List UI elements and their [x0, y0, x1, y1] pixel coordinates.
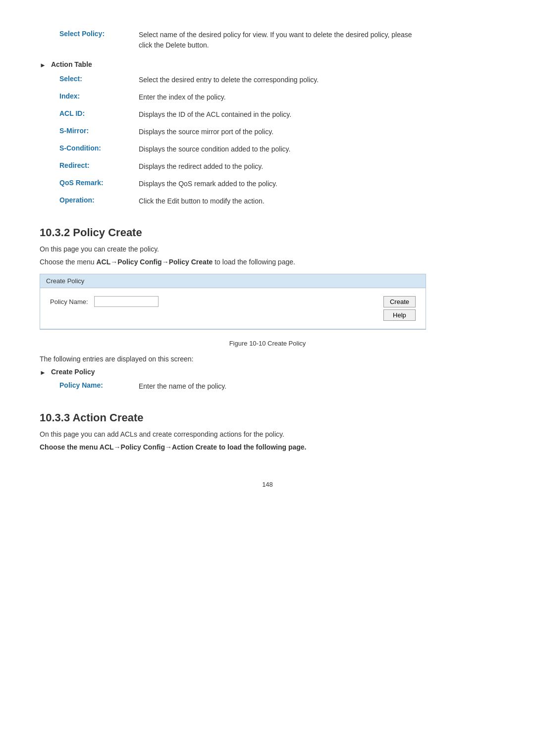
- field-label-operation: Operation:: [59, 196, 139, 204]
- select-policy-desc: Select name of the desired policy for vi…: [139, 30, 416, 50]
- widget-divider: [40, 329, 426, 329]
- field-label-qosremark: QoS Remark:: [59, 179, 139, 187]
- field-row-qosremark: QoS Remark: Displays the QoS remark adde…: [59, 179, 495, 189]
- field-row-aclid: ACL ID: Displays the ID of the ACL conta…: [59, 109, 495, 120]
- field-desc-scondition: Displays the source condition added to t…: [139, 144, 290, 154]
- section-1032-menu-path: Choose the menu ACL→Policy Config→Policy…: [40, 258, 495, 266]
- field-row-select: Select: Select the desired entry to dele…: [59, 75, 495, 85]
- widget-form: Policy Name:: [50, 296, 159, 307]
- field-row-index: Index: Enter the index of the policy.: [59, 92, 495, 102]
- widget-body: Policy Name: Create Help: [40, 288, 426, 329]
- create-policy-widget: Create Policy Policy Name: Create Help: [40, 274, 426, 330]
- field-row-scondition: S-Condition: Displays the source conditi…: [59, 144, 495, 154]
- action-create-menu-bold: Choose the menu ACL→Policy Config→Action…: [40, 443, 307, 451]
- create-policy-fields: Policy Name: Enter the name of the polic…: [59, 381, 495, 392]
- widget-buttons-group: Create Help: [383, 296, 416, 321]
- section-1033-title: 10.3.3 Action Create: [40, 411, 495, 424]
- bullet-arrow-icon: ►: [40, 369, 46, 376]
- policy-name-field-label: Policy Name:: [59, 381, 139, 389]
- section-1032-intro: On this page you can create the policy.: [40, 245, 495, 253]
- field-row-redirect: Redirect: Displays the redirect added to…: [59, 161, 495, 172]
- entries-intro: The following entries are displayed on t…: [40, 355, 495, 363]
- action-table-heading-text: Action Table: [51, 60, 92, 68]
- create-policy-bullet-text: Create Policy: [51, 368, 95, 376]
- field-row-operation: Operation: Click the Edit button to modi…: [59, 196, 495, 206]
- section-1032-title: 10.3.2 Policy Create: [40, 226, 495, 239]
- select-policy-label: Select Policy:: [59, 30, 139, 38]
- field-label-aclid: ACL ID:: [59, 109, 139, 117]
- field-desc-redirect: Displays the redirect added to the polic…: [139, 161, 263, 172]
- field-label-smirror: S-Mirror:: [59, 127, 139, 135]
- policy-name-field-row: Policy Name: Enter the name of the polic…: [59, 381, 495, 392]
- field-label-redirect: Redirect:: [59, 161, 139, 169]
- field-desc-aclid: Displays the ID of the ACL contained in …: [139, 109, 291, 120]
- menu-path-bold: ACL→Policy Config→Policy Create: [96, 258, 213, 266]
- field-desc-smirror: Displays the source mirror port of the p…: [139, 127, 273, 137]
- widget-header: Create Policy: [40, 274, 426, 288]
- section-1033-menu-path: Choose the menu ACL→Policy Config→Action…: [40, 443, 495, 451]
- section-1033-intro: On this page you can add ACLs and create…: [40, 430, 495, 438]
- arrow-icon: ►: [40, 61, 46, 69]
- select-policy-row: Select Policy: Select name of the desire…: [59, 30, 495, 50]
- field-row-smirror: S-Mirror: Displays the source mirror por…: [59, 127, 495, 137]
- policy-name-input[interactable]: [94, 296, 159, 307]
- field-desc-select: Select the desired entry to delete the c…: [139, 75, 319, 85]
- field-label-index: Index:: [59, 92, 139, 100]
- policy-name-label: Policy Name:: [50, 298, 88, 305]
- policy-name-field-desc: Enter the name of the policy.: [139, 381, 226, 392]
- action-table-section-heading: ► Action Table: [40, 60, 495, 69]
- create-policy-bullet: ► Create Policy: [40, 368, 495, 376]
- field-desc-index: Enter the index of the policy.: [139, 92, 226, 102]
- field-desc-qosremark: Displays the QoS remark added to the pol…: [139, 179, 277, 189]
- field-label-select: Select:: [59, 75, 139, 83]
- page-number: 148: [40, 481, 495, 488]
- figure-caption: Figure 10-10 Create Policy: [40, 340, 495, 347]
- field-label-scondition: S-Condition:: [59, 144, 139, 152]
- action-table-fields: Select: Select the desired entry to dele…: [59, 75, 495, 206]
- field-desc-operation: Click the Edit button to modify the acti…: [139, 196, 265, 206]
- help-button[interactable]: Help: [383, 309, 416, 321]
- create-button[interactable]: Create: [383, 296, 416, 307]
